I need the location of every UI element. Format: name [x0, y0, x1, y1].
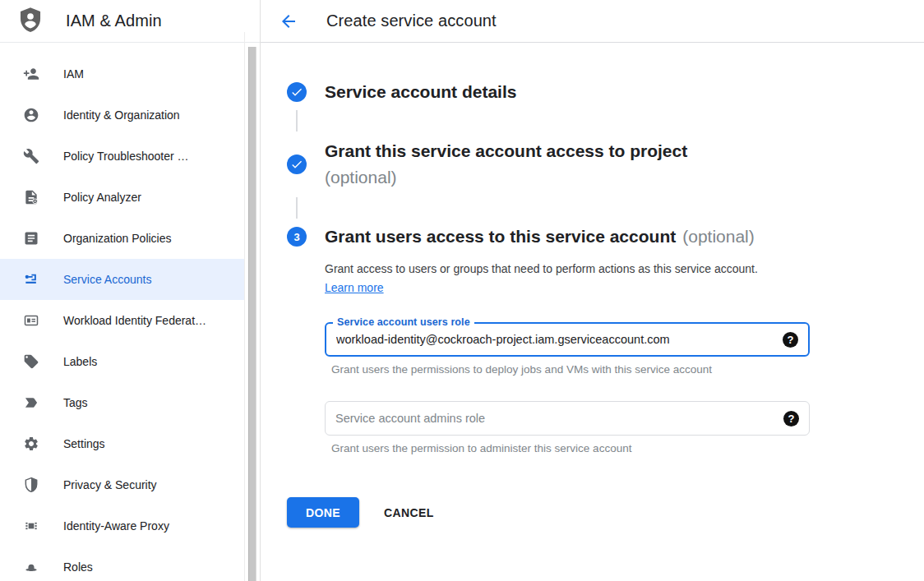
- sidebar-item-settings[interactable]: Settings: [0, 423, 244, 464]
- sidebar-item-label: Organization Policies: [63, 232, 172, 245]
- back-arrow-icon: [279, 21, 298, 34]
- done-button[interactable]: DONE: [287, 497, 359, 528]
- optional-label: (optional): [325, 164, 687, 191]
- users-role-field-label: Service account users role: [333, 316, 474, 328]
- help-icon[interactable]: ?: [783, 411, 799, 427]
- sidebar-item-privacy-security[interactable]: Privacy & Security: [0, 464, 244, 505]
- admins-role-input-container: ?: [325, 401, 810, 436]
- users-role-field-group: Service account users role ? Grant users…: [325, 322, 810, 376]
- sidebar-item-label: Identity-Aware Proxy: [63, 519, 169, 533]
- stepper-content: Service account details Grant this servi…: [261, 43, 924, 528]
- wrench-icon: [23, 148, 39, 164]
- sidebar-item-label: Policy Troubleshooter …: [63, 150, 189, 163]
- account-circle-icon: [23, 107, 39, 123]
- back-button[interactable]: [279, 12, 298, 31]
- admins-role-input[interactable]: [335, 412, 783, 425]
- sidebar-nav: IAM Identity & Organization Policy Troub…: [0, 43, 260, 581]
- sidebar-header: IAM & Admin: [0, 0, 260, 43]
- step-title: Service account details: [325, 81, 516, 104]
- step-title: Grant this service account access to pro…: [325, 138, 687, 191]
- step-grant-users-access: 3 Grant users access to this service acc…: [287, 225, 924, 248]
- step-3-body: Grant access to users or groups that nee…: [325, 260, 924, 454]
- sidebar-item-label: Privacy & Security: [63, 478, 157, 491]
- learn-more-link[interactable]: Learn more: [325, 281, 384, 294]
- step-number-badge: 3: [287, 227, 307, 247]
- sidebar-item-policy-analyzer[interactable]: Policy Analyzer: [0, 177, 244, 218]
- step-complete-check-icon: [287, 154, 307, 174]
- sidebar-item-iam[interactable]: IAM: [0, 53, 244, 95]
- article-icon: [23, 230, 39, 247]
- step-complete-check-icon: [287, 82, 307, 102]
- label-important-icon: [23, 394, 39, 411]
- sidebar-item-identity-organization[interactable]: Identity & Organization: [0, 95, 244, 136]
- sidebar-item-label: Identity & Organization: [63, 108, 180, 122]
- iam-shield-person-icon: [16, 6, 44, 37]
- sidebar-item-label: Workload Identity Federat…: [63, 314, 206, 327]
- cancel-button[interactable]: CANCEL: [384, 506, 434, 519]
- badge-card-icon: [23, 312, 39, 329]
- hat-icon: [23, 559, 39, 575]
- product-title: IAM & Admin: [66, 12, 162, 30]
- app-window: IAM & Admin IAM Identity & Organization: [0, 0, 924, 581]
- action-buttons: DONE CANCEL: [287, 497, 924, 528]
- service-account-robot-icon: [23, 271, 39, 288]
- main-panel: Create service account Service account d…: [261, 0, 924, 581]
- sidebar-item-workload-identity-federation[interactable]: Workload Identity Federat…: [0, 300, 244, 341]
- step-title: Grant users access to this service accou…: [325, 225, 755, 248]
- step-grant-project-access: Grant this service account access to pro…: [287, 138, 924, 191]
- step-connector-line: [296, 197, 298, 219]
- sidebar-scrollbar[interactable]: [248, 47, 256, 581]
- sidebar: IAM & Admin IAM Identity & Organization: [0, 0, 261, 581]
- page-title: Create service account: [326, 12, 497, 30]
- optional-label: (optional): [682, 227, 755, 246]
- sidebar-item-label: Tags: [63, 396, 88, 409]
- sidebar-item-label: IAM: [63, 67, 84, 81]
- sidebar-item-tags[interactable]: Tags: [0, 382, 244, 423]
- sidebar-item-label: Policy Analyzer: [63, 191, 141, 204]
- page-header: Create service account: [261, 0, 924, 43]
- gear-icon: [23, 436, 39, 452]
- sidebar-item-roles[interactable]: Roles: [0, 546, 244, 581]
- sidebar-item-label: Labels: [63, 355, 97, 368]
- sidebar-item-policy-troubleshooter[interactable]: Policy Troubleshooter …: [0, 136, 244, 177]
- users-role-input-container: Service account users role ?: [325, 322, 810, 357]
- step-description: Grant access to users or groups that nee…: [325, 260, 785, 297]
- shield-half-icon: [23, 477, 39, 493]
- document-gear-icon: [23, 189, 39, 205]
- users-role-helper-text: Grant users the permissions to deploy jo…: [331, 363, 810, 376]
- step-service-account-details: Service account details: [287, 81, 924, 104]
- proxy-chip-icon: [23, 518, 39, 534]
- sidebar-item-label: Service Accounts: [63, 273, 151, 286]
- admins-role-helper-text: Grant users the permission to administer…: [331, 442, 810, 454]
- step-connector-line: [296, 110, 298, 131]
- help-icon[interactable]: ?: [783, 332, 798, 348]
- sidebar-item-label: Roles: [63, 560, 93, 574]
- sidebar-item-identity-aware-proxy[interactable]: Identity-Aware Proxy: [0, 505, 244, 546]
- sidebar-item-label: Settings: [63, 437, 105, 450]
- sidebar-item-labels[interactable]: Labels: [0, 341, 244, 382]
- sidebar-item-service-accounts[interactable]: Service Accounts: [0, 259, 244, 300]
- person-add-icon: [23, 66, 39, 82]
- users-role-input[interactable]: [336, 333, 783, 346]
- sidebar-item-organization-policies[interactable]: Organization Policies: [0, 218, 244, 259]
- tag-icon: [23, 353, 39, 370]
- admins-role-field-group: ? Grant users the permission to administ…: [325, 401, 810, 454]
